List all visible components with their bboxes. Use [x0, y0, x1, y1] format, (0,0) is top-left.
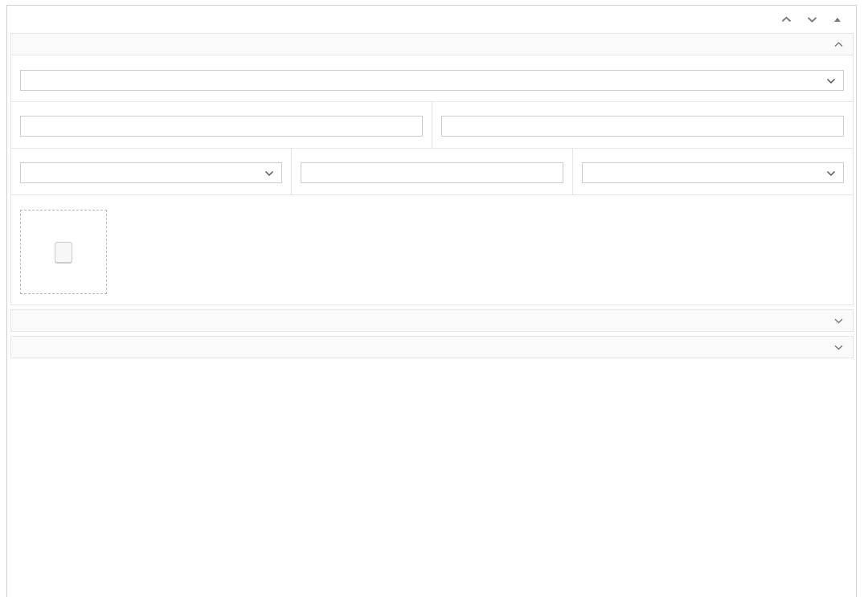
heading-field — [11, 102, 432, 148]
chevron-down-icon — [834, 345, 843, 350]
chevron-up-icon — [834, 42, 843, 47]
background-image-dropzone — [20, 210, 107, 294]
block-settings-panel — [10, 33, 854, 358]
chevron-down-icon — [826, 78, 836, 84]
blocks-list — [18, 33, 845, 358]
heading-link-field — [432, 102, 853, 148]
chevron-down-icon — [826, 170, 836, 177]
select-image-button[interactable] — [55, 242, 72, 263]
move-down-button[interactable] — [803, 12, 821, 27]
cards-options-row — [11, 148, 853, 194]
move-up-button[interactable] — [777, 12, 795, 27]
general-options-toggle[interactable] — [10, 33, 854, 55]
chevron-down-icon — [264, 170, 274, 177]
colour-scheme-field — [11, 55, 853, 101]
amount-input[interactable] — [301, 162, 563, 183]
chevron-down-icon — [807, 16, 817, 23]
filters-options-toggle[interactable] — [10, 309, 854, 332]
collapse-metabox-button[interactable] — [829, 12, 846, 27]
chevron-down-icon — [834, 318, 843, 324]
advanced-options-toggle[interactable] — [10, 336, 854, 358]
chevron-up-icon — [781, 16, 792, 23]
heading-row — [11, 101, 853, 148]
metabox-controls — [777, 12, 846, 27]
colour-scheme-select[interactable] — [20, 70, 844, 91]
cards-style-select[interactable] — [20, 162, 282, 183]
cards-style-field — [11, 149, 291, 194]
general-options-fields — [10, 55, 854, 305]
metabox-body — [7, 33, 856, 358]
heading-link-input[interactable] — [441, 116, 844, 137]
columns-field — [572, 149, 853, 194]
amount-field — [291, 149, 571, 194]
heading-input[interactable] — [20, 116, 423, 137]
triangle-up-icon — [834, 18, 841, 22]
metabox-header[interactable] — [7, 6, 856, 31]
background-image-field — [11, 194, 853, 305]
columns-select[interactable] — [582, 162, 844, 183]
page-builder-metabox — [6, 5, 857, 597]
